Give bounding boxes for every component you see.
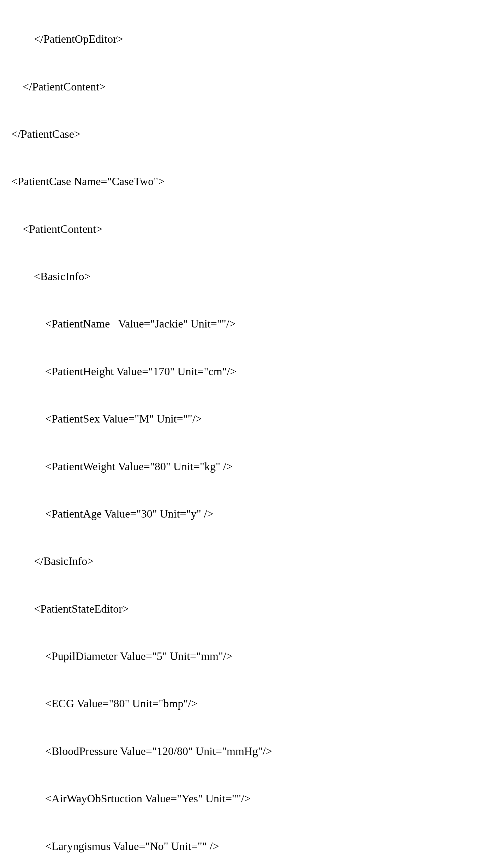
code-line: <BloodPressure Value="120/80" Unit="mmHg…	[0, 739, 485, 763]
code-line: <PupilDiameter Value="5" Unit="mm"/>	[0, 644, 485, 668]
code-line: <PatientAge Value="30" Unit="y" />	[0, 502, 485, 526]
code-line: <PatientContent>	[0, 217, 485, 241]
code-line: <ECG Value="80" Unit="bmp"/>	[0, 692, 485, 715]
code-line: </BasicInfo>	[0, 549, 485, 573]
xml-code-block: </PatientOpEditor> </PatientContent> </P…	[0, 0, 485, 868]
code-line: </PatientCase>	[0, 122, 485, 146]
code-line: </PatientContent>	[0, 75, 485, 99]
code-line: <PatientName Value="Jackie" Unit=""/>	[0, 312, 485, 336]
code-line: <BasicInfo>	[0, 265, 485, 288]
code-line: <PatientWeight Value="80" Unit="kg" />	[0, 455, 485, 478]
code-line: <PatientHeight Value="170" Unit="cm"/>	[0, 360, 485, 383]
code-line: </PatientOpEditor>	[0, 27, 485, 51]
code-line: <PatientSex Value="M" Unit=""/>	[0, 407, 485, 431]
code-line: <Laryngismus Value="No" Unit="" />	[0, 834, 485, 858]
code-line: <PatientStateEditor>	[0, 597, 485, 621]
code-line: <PatientCase Name="CaseTwo">	[0, 170, 485, 193]
code-line: <AirWayObSrtuction Value="Yes" Unit=""/>	[0, 787, 485, 810]
